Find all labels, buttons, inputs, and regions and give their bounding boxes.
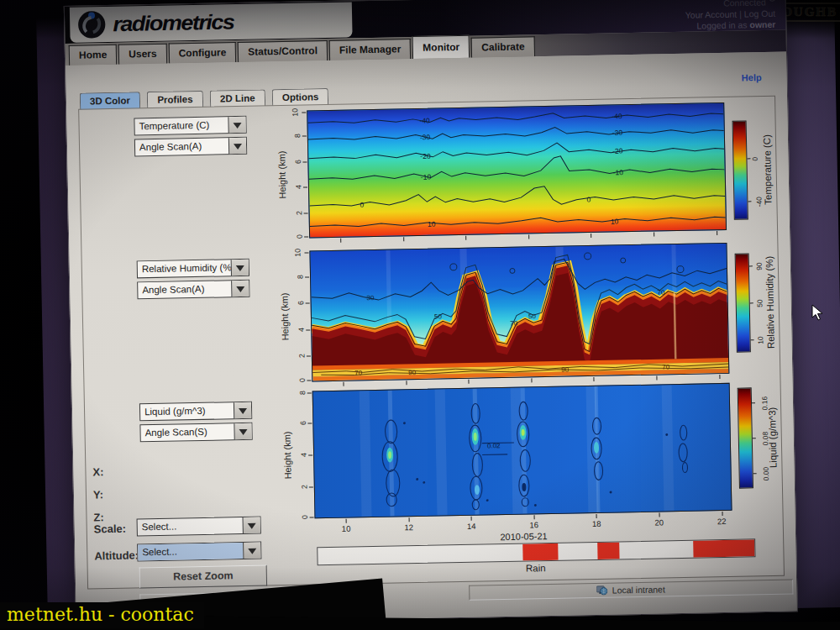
brand-wordmark: radiometrics: [113, 10, 234, 36]
subtab-profiles[interactable]: Profiles: [147, 91, 203, 108]
logged-in-label: Logged in as: [696, 19, 747, 30]
nav-tab-calibrate[interactable]: Calibrate: [471, 36, 535, 57]
temperature-chart: Height (km) 0246810: [307, 102, 727, 239]
svg-text:90: 90: [561, 366, 570, 374]
temperature-heatmap[interactable]: -40-40 -30-30 -20-20 -10-10 00 1010: [307, 102, 727, 239]
svg-text:70: 70: [354, 369, 363, 376]
photo-watermark: metnet.hu - coontac: [0, 602, 204, 628]
scale-select[interactable]: Select...: [137, 517, 261, 537]
chevron-down-icon[interactable]: [243, 517, 260, 533]
y-axis-label: Height (km): [279, 292, 290, 340]
reset-zoom-button[interactable]: Reset Zoom: [139, 564, 267, 588]
svg-text:-30: -30: [612, 129, 623, 137]
z-coordinate-label: Z:: [93, 511, 104, 523]
liquid-chart: Height (km) 02468: [312, 383, 732, 519]
colorbar-title: Liquid (g/m^3): [767, 407, 778, 469]
select-value: Temperature (C): [134, 117, 228, 134]
liquid-colorbar: 0.000.080.16 Liquid (g/m^3): [738, 387, 753, 488]
chevron-down-icon[interactable]: [234, 402, 251, 418]
chevron-down-icon[interactable]: [243, 543, 260, 559]
param-select-humidity[interactable]: Relative Humidity (%): [137, 259, 249, 279]
select-value: Relative Humidity (%): [138, 260, 231, 277]
svg-text:-20: -20: [420, 152, 431, 160]
svg-text:70: 70: [657, 289, 665, 297]
y-axis-label: Height (km): [282, 431, 293, 479]
svg-text:-40: -40: [612, 112, 622, 120]
svg-text:90: 90: [408, 369, 417, 376]
subtab-2d-line[interactable]: 2D Line: [210, 89, 265, 107]
svg-text:0: 0: [586, 196, 591, 204]
select-value: Angle Scan(A): [138, 281, 231, 298]
svg-text:-10: -10: [613, 168, 624, 176]
colorbar-ticks: 0.000.080.16: [751, 388, 766, 487]
select-value: Liquid (g/m^3): [140, 402, 234, 420]
svg-text:-20: -20: [612, 147, 623, 155]
svg-text:50: 50: [434, 312, 443, 320]
colorbar-ticks: 105090: [748, 254, 764, 351]
y-axis-ticks: 0246810: [296, 250, 310, 381]
svg-text:10: 10: [611, 218, 619, 226]
select-value: Select...: [138, 517, 243, 535]
log-out-link[interactable]: Log Out: [744, 8, 776, 18]
nav-tab-configure[interactable]: Configure: [168, 42, 236, 64]
chevron-down-icon[interactable]: [231, 281, 249, 297]
select-value: Angle Scan(S): [140, 423, 234, 441]
svg-text:70: 70: [662, 363, 670, 370]
security-zone-label: Local intranet: [612, 584, 665, 595]
altitude-select[interactable]: Select...: [137, 542, 261, 562]
svg-text:50: 50: [528, 312, 537, 320]
photo-of-monitor: TOUGHB radiometrics Connected Your Accou…: [0, 0, 840, 630]
scan-select-humidity[interactable]: Angle Scan(A): [137, 280, 249, 300]
y-axis-ticks: 0246810: [293, 110, 307, 238]
svg-text:-40: -40: [419, 116, 430, 124]
nav-tab-users[interactable]: Users: [118, 44, 167, 65]
help-link[interactable]: Help: [742, 72, 762, 82]
svg-text:0.02: 0.02: [487, 442, 501, 449]
select-value: Angle Scan(A): [135, 138, 228, 155]
subtab-3d-color[interactable]: 3D Color: [80, 92, 140, 109]
chevron-down-icon[interactable]: [228, 138, 246, 154]
param-select-liquid[interactable]: Liquid (g/m^3): [139, 402, 252, 422]
subtab-options[interactable]: Options: [272, 88, 329, 106]
nav-tab-status-control[interactable]: Status/Control: [238, 40, 328, 62]
browser-window: radiometrics Connected Your Account | Lo…: [64, 0, 798, 626]
radiometrics-logo-icon: [76, 9, 108, 40]
logged-in-user: owner: [749, 18, 775, 29]
chevron-down-icon[interactable]: [228, 117, 245, 133]
x-coordinate-label: X:: [92, 465, 103, 478]
altitude-label: Altitude:: [94, 549, 139, 562]
scan-select-liquid[interactable]: Angle Scan(S): [139, 423, 252, 443]
link-separator: |: [739, 8, 742, 18]
nav-tab-monitor[interactable]: Monitor: [412, 35, 470, 59]
monitor-panel: Temperature (C) Angle Scan(A) Relative H…: [78, 96, 785, 590]
nav-tab-file-manager[interactable]: File Manager: [329, 39, 412, 60]
svg-text:-30: -30: [420, 133, 431, 141]
svg-text:-10: -10: [421, 173, 432, 181]
humidity-chart: Height (km) 0246810: [309, 243, 729, 382]
select-value: Select...: [138, 543, 243, 560]
intranet-globe-icon: [597, 585, 608, 596]
scan-select-temperature[interactable]: Angle Scan(A): [134, 137, 247, 157]
y-coordinate-label: Y:: [93, 488, 103, 501]
svg-text:70: 70: [510, 320, 518, 328]
humidity-heatmap[interactable]: 30 50 50 70 70 90 90 70 70: [309, 243, 729, 382]
y-axis-label: Height (km): [276, 151, 287, 199]
nav-tab-home[interactable]: Home: [69, 45, 118, 66]
your-account-link[interactable]: Your Account: [685, 8, 738, 19]
chevron-down-icon[interactable]: [231, 260, 249, 276]
account-block: Connected Your Account | Log Out Logged …: [685, 0, 775, 31]
colorbar-title: Relative Humidity (%): [764, 256, 776, 349]
y-axis-ticks: 02468: [299, 391, 313, 518]
connection-status: Connected: [723, 0, 766, 8]
colorbar-ticks: -400: [746, 121, 761, 218]
scale-label: Scale:: [94, 522, 127, 536]
chevron-down-icon[interactable]: [234, 423, 251, 439]
mouse-cursor-icon: [811, 304, 825, 323]
svg-text:30: 30: [366, 294, 375, 302]
brand-logo: radiometrics: [70, 2, 353, 42]
humidity-colorbar: 105090 Relative Humidity (%): [735, 253, 751, 352]
status-dot-icon: [769, 0, 775, 2]
param-select-temperature[interactable]: Temperature (C): [134, 116, 246, 136]
page-body: Help 3D Color Profiles 2D Line Options T…: [66, 51, 797, 624]
liquid-heatmap[interactable]: 0.02: [312, 383, 732, 519]
